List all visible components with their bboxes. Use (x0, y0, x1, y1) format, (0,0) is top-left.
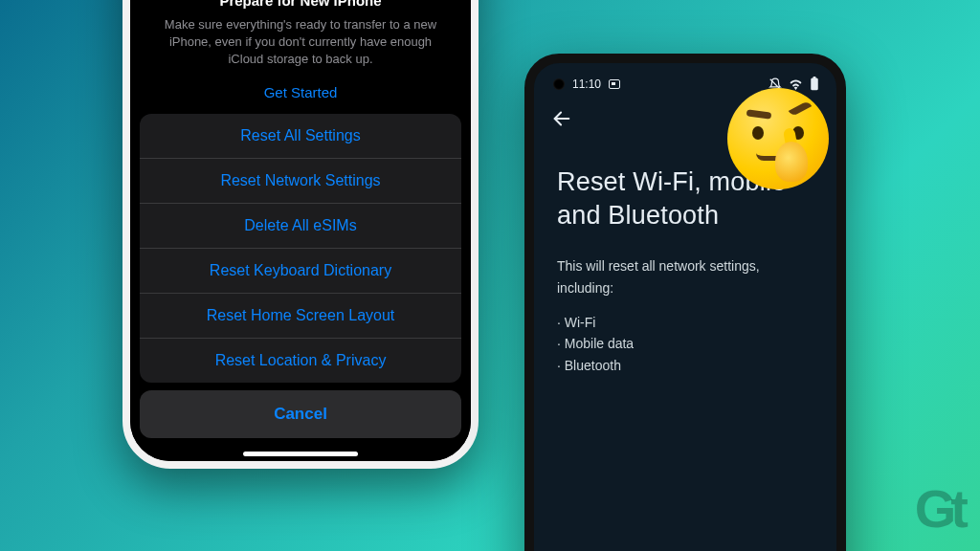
screenshot-icon (609, 79, 620, 89)
body-text: This will reset all network settings, in… (534, 232, 836, 376)
prepare-section: Prepare for New iPhone Make sure everyth… (130, 0, 471, 69)
arrow-left-icon (551, 108, 572, 129)
delete-all-esims-option[interactable]: Delete All eSIMs (140, 204, 461, 249)
thinking-face-emoji (727, 88, 829, 189)
reset-options-group: Reset All Settings Reset Network Setting… (140, 114, 461, 383)
bullet-wifi: · Wi-Fi (557, 312, 813, 333)
reset-home-screen-layout-option[interactable]: Reset Home Screen Layout (140, 294, 461, 339)
bullet-list: · Wi-Fi · Mobile data · Bluetooth (557, 312, 813, 376)
iphone-device-frame: Prepare for New iPhone Make sure everyth… (122, 0, 479, 469)
cancel-button[interactable]: Cancel (140, 390, 461, 438)
gt-logo: Gt (915, 477, 963, 540)
status-time: 11:10 (572, 77, 601, 91)
prepare-title: Prepare for New iPhone (157, 0, 444, 9)
reset-network-settings-option[interactable]: Reset Network Settings (140, 159, 461, 204)
body-intro: This will reset all network settings, in… (557, 255, 813, 298)
prepare-description: Make sure everything's ready to transfer… (157, 16, 444, 69)
reset-location-privacy-option[interactable]: Reset Location & Privacy (140, 339, 461, 383)
logo-text: Gt (915, 477, 963, 540)
get-started-link[interactable]: Get Started (130, 69, 471, 114)
iphone-screen: Prepare for New iPhone Make sure everyth… (130, 0, 471, 461)
bullet-bluetooth: · Bluetooth (557, 355, 813, 376)
svg-rect-1 (813, 77, 816, 78)
action-sheet: Reset All Settings Reset Network Setting… (140, 114, 461, 456)
bullet-mobile-data: · Mobile data (557, 333, 813, 354)
camera-hole (553, 78, 565, 90)
reset-keyboard-dictionary-option[interactable]: Reset Keyboard Dictionary (140, 249, 461, 294)
reset-all-settings-option[interactable]: Reset All Settings (140, 114, 461, 159)
home-indicator[interactable] (243, 452, 358, 456)
